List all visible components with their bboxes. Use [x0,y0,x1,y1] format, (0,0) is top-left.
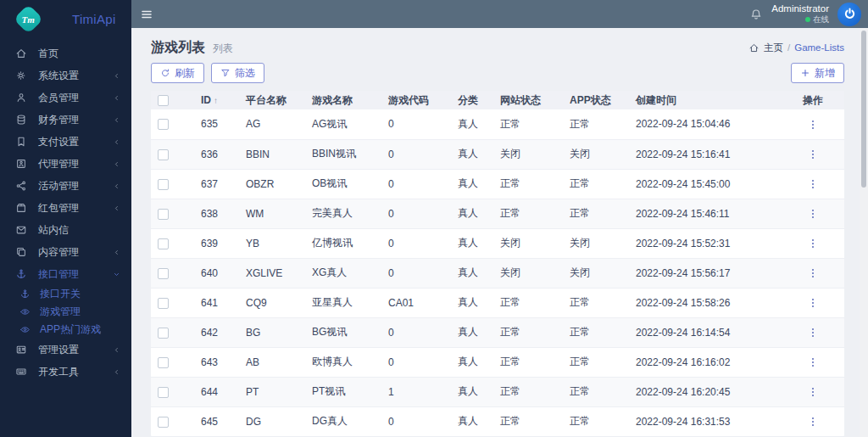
cell-game_code: 0 [381,199,451,228]
row-actions-kebab-icon[interactable] [807,416,819,428]
row-checkbox[interactable] [158,119,169,130]
cell-site_status: 正常 [493,347,563,377]
column-header-游戏名称[interactable]: 游戏名称 [305,91,381,109]
anchor-icon [19,289,31,300]
row-actions-kebab-icon[interactable] [807,327,819,339]
table-row-641: 641CQ9亚星真人CA01真人正常正常2022-09-24 15:58:26 [151,288,844,317]
chevron-left-icon [113,204,120,212]
column-header-操作[interactable]: 操作 [782,91,844,109]
row-checkbox[interactable] [158,209,169,220]
cell-platform: BG [239,317,305,347]
sidebar-item-活动管理[interactable]: 活动管理 [0,175,131,197]
row-checkbox[interactable] [158,328,169,339]
sidebar-item-站内信[interactable]: 站内信 [0,219,131,241]
main-content: 游戏列表 列表 主页 / Game-Lists 刷新 筛选 新增 [131,28,860,437]
cell-id: 637 [194,169,239,199]
column-header-分类[interactable]: 分类 [451,91,493,109]
sidebar-item-首页[interactable]: 首页 [0,42,131,64]
cell-app_status: 正常 [563,109,629,139]
row-actions-kebab-icon[interactable] [807,178,819,190]
column-header-网站状态[interactable]: 网站状态 [493,91,563,109]
row-actions-cell [782,109,844,139]
row-actions-kebab-icon[interactable] [807,356,819,368]
select-all-checkbox[interactable] [158,95,169,106]
row-checkbox[interactable] [158,357,169,368]
app-logo[interactable]: Tm TimiApi [0,0,131,37]
scrollbar-thumb[interactable] [861,31,866,188]
row-actions-kebab-icon[interactable] [807,148,819,160]
sidebar-item-label: 首页 [38,47,120,61]
cell-game_name: XG真人 [305,258,381,288]
notifications-bell-icon[interactable] [749,8,763,21]
topbar: Administrator 在线 [131,0,868,28]
column-header-游戏代码[interactable]: 游戏代码 [381,91,451,109]
page-title: 游戏列表 [151,39,205,57]
row-actions-kebab-icon[interactable] [807,208,819,220]
column-header-平台名称[interactable]: 平台名称 [239,91,305,109]
sidebar-item-代理管理[interactable]: 代理管理 [0,153,131,175]
row-checkbox[interactable] [158,149,169,160]
app-name: TimiApi [72,12,116,26]
sidebar-item-红包管理[interactable]: 红包管理 [0,197,131,219]
cell-site_status: 关闭 [493,139,563,169]
row-actions-cell [782,377,844,406]
row-actions-kebab-icon[interactable] [807,119,819,131]
sidebar-item-管理设置[interactable]: 管理设置 [0,339,131,361]
plus-icon [800,68,810,78]
filter-button[interactable]: 筛选 [211,63,264,83]
refresh-button[interactable]: 刷新 [151,63,204,83]
column-header-创建时间[interactable]: 创建时间 [629,91,782,109]
sidebar-subitem-接口开关[interactable]: 接口开关 [0,285,131,303]
sidebar-subitem-APP热门游戏[interactable]: APP热门游戏 [0,321,131,339]
row-select-cell [151,169,194,199]
menu-toggle-icon[interactable] [140,8,153,21]
breadcrumb-separator: / [787,42,790,53]
sidebar-item-支付设置[interactable]: 支付设置 [0,131,131,153]
gears-icon [15,70,27,81]
breadcrumb-home-link[interactable]: 主页 [764,42,783,54]
sidebar-item-label: 财务管理 [38,113,113,127]
cell-site_status: 关闭 [493,228,563,258]
sidebar-item-内容管理[interactable]: 内容管理 [0,241,131,263]
sidebar-item-接口管理[interactable]: 接口管理 [0,263,131,285]
sidebar-item-label: 代理管理 [38,157,113,171]
row-checkbox[interactable] [158,268,169,279]
sidebar-item-label: 活动管理 [38,179,113,193]
row-select-cell [151,228,194,258]
row-checkbox[interactable] [158,387,169,398]
table-row-636: 636BBINBBIN视讯0真人关闭关闭2022-09-24 15:16:41 [151,139,844,169]
row-actions-kebab-icon[interactable] [807,238,819,249]
table-row-639: 639YB亿博视讯0真人关闭关闭2022-09-24 15:52:31 [151,228,844,258]
chevron-left-icon [113,368,120,376]
row-checkbox[interactable] [158,417,169,428]
row-actions-kebab-icon[interactable] [807,386,819,398]
sidebar-subitem-游戏管理[interactable]: 游戏管理 [0,303,131,321]
anchor-icon [15,268,27,280]
sidebar-item-会员管理[interactable]: 会员管理 [0,87,131,109]
row-checkbox[interactable] [158,298,169,309]
select-all-header-cell [151,91,194,109]
scrollbar-track[interactable] [860,28,868,437]
sidebar-item-系统设置[interactable]: 系统设置 [0,64,131,87]
row-actions-kebab-icon[interactable] [807,297,819,309]
cell-site_status: 正常 [493,406,563,436]
column-header-APP状态[interactable]: APP状态 [563,91,629,109]
user-avatar[interactable] [837,3,861,26]
game-list-card: ID↑平台名称游戏名称游戏代码分类网站状态APP状态创建时间操作 635AGAG… [151,91,844,437]
column-header-ID[interactable]: ID↑ [194,91,239,109]
cell-platform: CQ9 [239,288,305,317]
sidebar-item-label: 开发工具 [38,365,113,379]
chevron-left-icon [113,160,120,168]
sidebar-item-开发工具[interactable]: 开发工具 [0,361,131,383]
sidebar-item-label: 会员管理 [38,91,113,105]
row-checkbox[interactable] [158,238,169,249]
breadcrumb-current-link[interactable]: Game-Lists [794,42,844,53]
table-row-640: 640XGLIVEXG真人0真人关闭关闭2022-09-24 15:56:17 [151,258,844,288]
row-checkbox[interactable] [158,179,169,190]
funnel-icon [220,68,231,78]
sidebar-item-财务管理[interactable]: 财务管理 [0,109,131,131]
row-actions-kebab-icon[interactable] [807,267,819,279]
cell-platform: DG [239,406,305,436]
cell-game_code: 0 [381,228,451,258]
add-button[interactable]: 新增 [791,63,844,83]
